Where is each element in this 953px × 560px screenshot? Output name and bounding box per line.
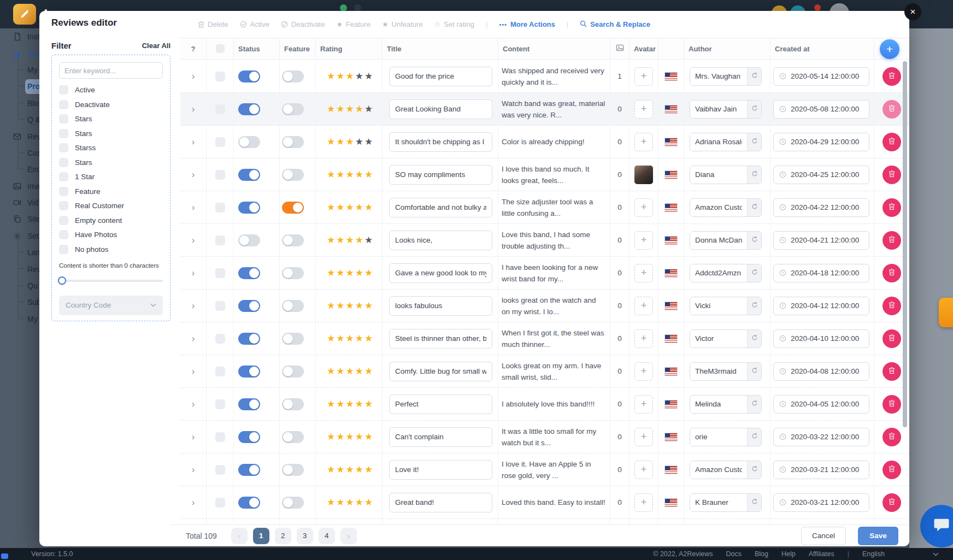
created-at-field[interactable]: 2020-04-29 12:00:00 — [773, 133, 869, 151]
expand-row-button[interactable]: › — [192, 301, 195, 310]
toolbar-delete-button[interactable]: Delete — [198, 20, 228, 28]
delete-row-button[interactable] — [883, 428, 901, 446]
star-icon[interactable]: ★ — [346, 104, 354, 114]
title-input[interactable] — [389, 394, 492, 414]
feature-toggle[interactable] — [282, 136, 304, 148]
star-icon[interactable]: ★ — [336, 334, 344, 343]
star-icon[interactable]: ★ — [336, 367, 344, 376]
star-icon[interactable]: ★ — [336, 498, 344, 507]
status-toggle[interactable] — [238, 497, 260, 509]
title-input[interactable] — [389, 165, 492, 185]
row-checkbox[interactable] — [215, 432, 225, 442]
star-icon[interactable]: ★ — [346, 235, 354, 245]
star-icon[interactable]: ★ — [327, 465, 335, 474]
refresh-author-button[interactable] — [747, 232, 761, 249]
created-at-field[interactable]: 2020-04-05 12:00:00 — [773, 395, 869, 414]
author-input[interactable] — [690, 363, 747, 380]
star-icon[interactable]: ★ — [346, 137, 354, 146]
star-icon[interactable]: ★ — [336, 203, 344, 212]
page-button-4[interactable]: 4 — [319, 528, 335, 544]
feature-toggle[interactable] — [282, 267, 304, 279]
star-icon[interactable]: ★ — [346, 465, 354, 474]
prev-page-button[interactable]: ‹ — [231, 528, 248, 544]
author-input[interactable] — [690, 461, 747, 479]
star-icon[interactable]: ★ — [364, 432, 373, 441]
star-icon[interactable]: ★ — [346, 203, 354, 212]
star-icon[interactable]: ★ — [327, 301, 335, 310]
status-toggle[interactable] — [238, 136, 260, 148]
checkbox-icon[interactable] — [59, 172, 68, 181]
avatar-photo[interactable] — [634, 166, 653, 184]
star-icon[interactable]: ★ — [364, 465, 373, 474]
avatar-add-button[interactable]: + — [634, 231, 653, 250]
star-icon[interactable]: ★ — [364, 104, 373, 114]
feature-toggle[interactable] — [282, 169, 304, 181]
expand-row-button[interactable]: › — [192, 170, 195, 179]
refresh-author-button[interactable] — [747, 461, 761, 479]
star-icon[interactable]: ★ — [355, 498, 363, 507]
star-icon[interactable]: ★ — [327, 334, 335, 343]
search-replace-button[interactable]: Search & Replace — [580, 20, 650, 29]
row-checkbox[interactable] — [215, 399, 225, 409]
star-icon[interactable]: ★ — [336, 235, 344, 245]
refresh-author-button[interactable] — [747, 199, 761, 216]
status-toggle[interactable] — [238, 267, 260, 279]
avatar-add-button[interactable]: + — [634, 395, 653, 414]
star-icon[interactable]: ★ — [346, 268, 354, 278]
created-at-field[interactable]: 2020-04-18 12:00:00 — [773, 264, 869, 282]
author-input[interactable] — [690, 264, 747, 282]
author-input[interactable] — [690, 166, 747, 184]
slider-track[interactable] — [59, 280, 163, 282]
expand-row-button[interactable]: › — [192, 104, 195, 114]
star-icon[interactable]: ★ — [327, 72, 335, 81]
filter-checkbox-real-customer-8[interactable]: Real Customer — [59, 201, 163, 210]
star-icon[interactable]: ★ — [355, 432, 363, 441]
language-selector[interactable]: English — [862, 550, 885, 558]
star-icon[interactable]: ★ — [336, 465, 344, 474]
refresh-author-button[interactable] — [747, 68, 761, 85]
cancel-button[interactable]: Cancel — [801, 527, 846, 545]
content-length-slider[interactable] — [59, 276, 163, 285]
star-icon[interactable]: ★ — [346, 399, 354, 409]
status-toggle[interactable] — [238, 464, 260, 476]
sidebar-item-vid[interactable]: Vid — [0, 194, 39, 211]
status-toggle[interactable] — [238, 333, 260, 345]
status-toggle[interactable] — [238, 431, 260, 443]
title-input[interactable] — [389, 231, 492, 250]
row-checkbox[interactable] — [215, 268, 225, 278]
title-input[interactable] — [389, 132, 492, 152]
expand-row-button[interactable]: › — [192, 235, 195, 245]
slider-thumb[interactable] — [58, 276, 66, 285]
expand-row-button[interactable]: › — [192, 465, 195, 474]
row-checkbox[interactable] — [215, 367, 225, 376]
created-at-field[interactable]: 2020-03-21 12:00:00 — [773, 461, 869, 479]
feature-toggle[interactable] — [282, 333, 304, 345]
avatar-add-button[interactable]: + — [634, 297, 653, 315]
feature-toggle[interactable] — [282, 103, 304, 115]
star-icon[interactable]: ★ — [327, 268, 335, 278]
filter-checkbox-have-photos-10[interactable]: Have Photos — [59, 230, 163, 239]
add-review-button[interactable]: + — [880, 39, 899, 59]
checkbox-icon[interactable] — [59, 245, 68, 254]
app-logo-icon[interactable] — [13, 4, 36, 25]
toolbar-active-button[interactable]: Active — [240, 20, 269, 28]
row-checkbox[interactable] — [215, 72, 225, 81]
created-at-field[interactable]: 2020-04-12 12:00:00 — [773, 297, 869, 315]
avatar-add-button[interactable]: + — [634, 264, 653, 282]
clear-all-button[interactable]: Clear All — [142, 42, 170, 50]
refresh-author-button[interactable] — [747, 494, 761, 511]
sidebar-subitem-my[interactable]: My — [0, 311, 39, 327]
author-input[interactable] — [690, 428, 747, 446]
title-input[interactable] — [389, 362, 492, 381]
star-icon[interactable]: ★ — [355, 104, 363, 114]
star-icon[interactable]: ★ — [336, 399, 344, 409]
checkbox-icon[interactable] — [59, 201, 68, 210]
feature-toggle[interactable] — [282, 464, 304, 476]
delete-row-button[interactable] — [883, 264, 901, 282]
star-icon[interactable]: ★ — [327, 203, 335, 212]
feature-toggle[interactable] — [282, 366, 304, 378]
author-input[interactable] — [690, 101, 747, 118]
star-icon[interactable]: ★ — [364, 301, 373, 310]
star-icon[interactable]: ★ — [327, 170, 335, 179]
star-icon[interactable]: ★ — [346, 170, 354, 179]
